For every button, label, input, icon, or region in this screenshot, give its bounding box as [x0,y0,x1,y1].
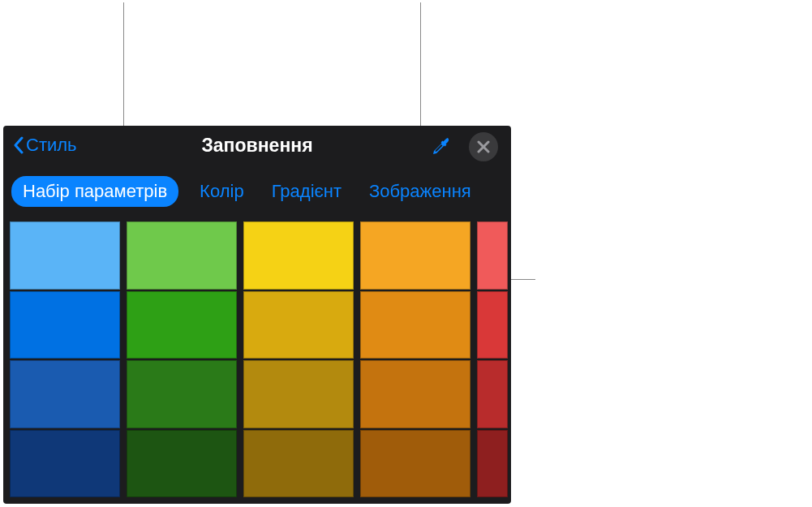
color-swatch[interactable] [477,291,508,359]
swatch-column [127,221,237,497]
color-swatch[interactable] [477,360,508,428]
swatch-column [477,221,508,497]
panel-header: Стиль Заповнення [3,126,511,170]
fill-type-tabs: Набір параметрів Колір Градієнт Зображен… [3,170,511,221]
color-swatch[interactable] [477,221,508,290]
close-button[interactable] [469,132,498,161]
color-swatch[interactable] [360,430,470,498]
color-swatch[interactable] [127,291,237,359]
swatch-column [360,221,470,497]
swatch-column [10,221,120,497]
tab-gradient[interactable]: Градієнт [265,176,348,207]
color-swatch[interactable] [477,430,508,498]
color-swatch[interactable] [10,430,120,498]
close-icon [477,140,490,153]
color-swatch[interactable] [360,291,470,359]
color-swatch[interactable] [10,291,120,359]
tab-image[interactable]: Зображення [363,176,478,207]
color-swatch[interactable] [10,221,120,290]
color-swatch[interactable] [243,291,354,359]
swatch-column [243,221,354,497]
preset-swatches [3,221,511,504]
eyedropper-button[interactable] [428,134,454,160]
tab-color[interactable]: Колір [193,176,251,207]
callout-line [420,2,421,132]
color-swatch[interactable] [243,430,354,498]
color-swatch[interactable] [127,430,237,498]
color-swatch[interactable] [243,360,354,428]
color-swatch[interactable] [243,221,354,290]
color-swatch[interactable] [127,360,237,428]
color-swatch[interactable] [360,221,470,290]
color-swatch[interactable] [360,360,470,428]
eyedropper-icon [430,135,453,158]
panel-title: Заповнення [201,135,312,157]
color-swatch[interactable] [127,221,237,290]
color-swatch[interactable] [10,360,120,428]
fill-panel: Стиль Заповнення Набір параметрів Колір … [3,126,511,504]
tab-preset[interactable]: Набір параметрів [11,176,178,207]
back-button[interactable]: Стиль [13,135,77,156]
chevron-left-icon [13,136,24,154]
back-label: Стиль [26,135,77,156]
